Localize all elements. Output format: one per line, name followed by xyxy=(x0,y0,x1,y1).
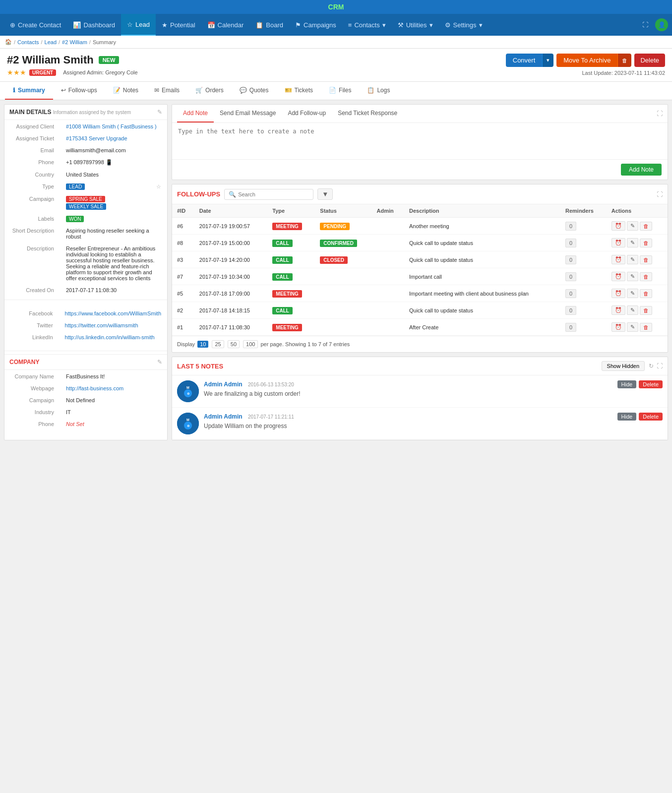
delete-row-btn[interactable]: 🗑 xyxy=(640,255,652,264)
reminder-btn[interactable]: ⏰ xyxy=(611,289,625,298)
tab-notes[interactable]: 📝 Notes xyxy=(105,82,146,100)
followup-search-box: 🔍 xyxy=(224,189,313,200)
convert-button-group[interactable]: Convert ▾ xyxy=(506,54,554,67)
home-icon[interactable]: 🏠 xyxy=(5,39,12,45)
facebook-link[interactable]: https://www.facebook.com/WilliamSmith xyxy=(65,310,161,316)
delete-row-btn[interactable]: 🗑 xyxy=(640,323,652,332)
delete-row-btn[interactable]: 🗑 xyxy=(640,272,652,281)
tab-summary[interactable]: ℹ Summary xyxy=(5,82,53,100)
edit-btn[interactable]: ✎ xyxy=(627,322,638,332)
page-100[interactable]: 100 xyxy=(243,340,258,348)
hide-button[interactable]: Hide xyxy=(617,413,637,421)
page-50[interactable]: 50 xyxy=(228,340,240,348)
col-admin: Admin xyxy=(372,204,404,218)
breadcrumb-contacts[interactable]: Contacts xyxy=(17,39,39,45)
table-row: #8 2017-07-19 15:00:00 CALL CONFIRMED Qu… xyxy=(172,235,668,251)
twitter-link[interactable]: https://twitter.com/williamsmith xyxy=(65,322,138,328)
convert-dropdown-button[interactable]: ▾ xyxy=(542,54,553,67)
note-tab-add-note[interactable]: Add Note xyxy=(177,105,214,122)
note-tab-send-ticket[interactable]: Send Ticket Response xyxy=(332,105,403,122)
company-webpage-link[interactable]: http://fast-business.com xyxy=(66,385,123,391)
summary-icon: ℹ xyxy=(13,87,15,94)
notes-expand-icon[interactable]: ⛶ xyxy=(657,363,663,369)
reminder-btn[interactable]: ⏰ xyxy=(611,272,625,281)
tab-follow-ups[interactable]: ↩ Follow-ups xyxy=(53,82,105,100)
reminder-btn[interactable]: ⏰ xyxy=(611,221,625,231)
ticket-label: Assigned Ticket xyxy=(5,133,60,144)
note-box-expand-icon[interactable]: ⛶ xyxy=(657,110,663,117)
edit-btn[interactable]: ✎ xyxy=(627,305,638,315)
delete-row-btn[interactable]: 🗑 xyxy=(640,222,652,231)
company-name-label: Company Name xyxy=(5,371,60,382)
row-admin xyxy=(372,319,404,336)
company-section: COMPANY ✎ Company Name FastBusiness It! … xyxy=(4,354,167,430)
ticket-link[interactable]: #175343 Server Upgrade xyxy=(66,135,127,141)
archive-button-group[interactable]: Move To Archive 🗑 xyxy=(556,54,631,67)
delete-note-button[interactable]: Delete xyxy=(639,380,663,388)
nav-utilities[interactable]: ⚒ Utilities ▾ xyxy=(392,14,439,36)
tab-orders[interactable]: 🛒 Orders xyxy=(187,82,232,100)
notes-refresh-icon[interactable]: ↻ xyxy=(649,363,654,369)
page-25[interactable]: 25 xyxy=(212,340,224,348)
delete-button[interactable]: Delete xyxy=(634,54,665,67)
archive-button[interactable]: Move To Archive xyxy=(556,54,617,67)
archive-dropdown-button[interactable]: 🗑 xyxy=(617,54,631,67)
nav-create-contact[interactable]: ⊕ Create Contact xyxy=(4,14,67,36)
delete-row-btn[interactable]: 🗑 xyxy=(640,289,652,298)
filter-button[interactable]: ▼ xyxy=(317,188,333,200)
delete-note-button[interactable]: Delete xyxy=(639,413,663,421)
reminder-btn[interactable]: ⏰ xyxy=(611,305,625,315)
nav-calendar[interactable]: 📅 Calendar xyxy=(201,14,250,36)
page-10[interactable]: 10 xyxy=(197,341,208,348)
nav-lead[interactable]: ☆ Lead xyxy=(121,14,156,36)
followup-search-input[interactable] xyxy=(238,191,309,197)
linkedin-link[interactable]: http://us.linkedin.com/in/william-smith xyxy=(65,334,155,340)
add-note-button[interactable]: Add Note xyxy=(621,164,662,176)
tab-files[interactable]: 📄 Files xyxy=(321,82,359,100)
tab-emails[interactable]: ✉ Emails xyxy=(146,82,187,100)
type-star-icon[interactable]: ☆ xyxy=(156,183,161,190)
expand-icon[interactable]: ⛶ xyxy=(638,19,652,30)
reminder-count: 0 xyxy=(565,306,576,315)
breadcrumb-lead[interactable]: Lead xyxy=(45,39,57,45)
row-status: CLOSED xyxy=(315,251,371,268)
nav-contacts[interactable]: ≡ Contacts ▾ xyxy=(342,14,392,36)
reminder-btn[interactable]: ⏰ xyxy=(611,255,625,264)
plus-icon: ⊕ xyxy=(10,21,15,29)
nav-campaigns[interactable]: ⚑ Campaigns xyxy=(289,14,342,36)
nav-potential[interactable]: ★ Potential xyxy=(156,14,201,36)
main-details-edit-icon[interactable]: ✎ xyxy=(157,109,162,116)
company-edit-icon[interactable]: ✎ xyxy=(157,359,162,366)
breadcrumb-record[interactable]: #2 William xyxy=(62,39,87,45)
delete-row-btn[interactable]: 🗑 xyxy=(640,239,652,247)
note-tab-add-followup[interactable]: Add Follow-up xyxy=(282,105,332,122)
action-group: ⏰ ✎ 🗑 xyxy=(611,289,663,298)
tab-logs[interactable]: 📋 Logs xyxy=(359,82,398,100)
edit-btn[interactable]: ✎ xyxy=(627,272,638,281)
followup-expand-icon[interactable]: ⛶ xyxy=(657,191,663,198)
show-hidden-button[interactable]: Show Hidden xyxy=(602,361,645,371)
emails-icon: ✉ xyxy=(154,87,159,94)
tab-quotes[interactable]: 💬 Quotes xyxy=(232,82,277,100)
reminder-btn[interactable]: ⏰ xyxy=(611,238,625,247)
tab-tickets[interactable]: 🎫 Tickets xyxy=(277,82,321,100)
edit-btn[interactable]: ✎ xyxy=(627,221,638,231)
edit-btn[interactable]: ✎ xyxy=(627,255,638,264)
nav-dashboard[interactable]: 📊 Dashboard xyxy=(67,14,121,36)
hide-button[interactable]: Hide xyxy=(617,380,637,388)
nav-board[interactable]: 📋 Board xyxy=(249,14,289,36)
user-icon[interactable]: 👤 xyxy=(655,18,668,31)
note-tab-send-email[interactable]: Send Email Message xyxy=(214,105,282,122)
delete-row-btn[interactable]: 🗑 xyxy=(640,306,652,315)
utilities-icon: ⚒ xyxy=(398,21,404,29)
note-textarea[interactable] xyxy=(172,123,668,158)
convert-button[interactable]: Convert xyxy=(506,54,543,67)
client-link[interactable]: #1008 William Smith ( FastBusiness ) xyxy=(66,123,157,129)
edit-btn[interactable]: ✎ xyxy=(627,289,638,298)
nav-settings[interactable]: ⚙ Settings ▾ xyxy=(439,14,489,36)
company-title: COMPANY xyxy=(9,359,39,366)
main-details-header: MAIN DETAILS Information assigned by the… xyxy=(4,105,167,120)
detail-row-description: Description Reseller Entrepreneur - An a… xyxy=(5,243,166,284)
reminder-btn[interactable]: ⏰ xyxy=(611,322,625,332)
edit-btn[interactable]: ✎ xyxy=(627,238,638,247)
